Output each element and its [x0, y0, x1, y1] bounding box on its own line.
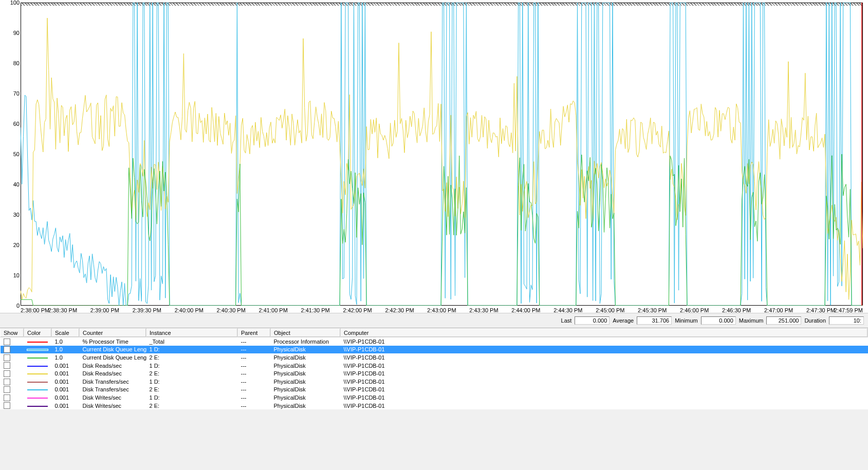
- cell-scale: 1.0: [52, 337, 80, 346]
- stat-max-value: 251.000: [766, 316, 801, 325]
- show-checkbox[interactable]: [4, 362, 10, 369]
- cell-object: PhysicalDisk: [271, 369, 341, 378]
- col-counter[interactable]: Counter: [80, 329, 146, 337]
- stat-last-value: 0.000: [575, 316, 610, 325]
- x-tick-label: 2:42:30 PM: [385, 307, 414, 313]
- cell-scale: 0.001: [52, 402, 80, 410]
- x-tick-label: 2:47:00 PM: [764, 307, 793, 313]
- color-swatch: [27, 373, 48, 374]
- legend-row[interactable]: ✓1.0Current Disk Queue Length1 D:---Phys…: [1, 346, 868, 354]
- cell-computer: \\VIP-P1CDB-01: [341, 346, 868, 354]
- x-tick-label: 2:45:30 PM: [638, 307, 667, 313]
- stat-dur-value: 10:: [829, 316, 864, 325]
- stats-bar: Last 0.000 Average 31.706 Minimum 0.000 …: [0, 313, 868, 328]
- cell-computer: \\VIP-P1CDB-01: [341, 402, 868, 410]
- stat-avg-value: 31.706: [637, 316, 672, 325]
- y-tick-label: 50: [13, 151, 20, 157]
- legend-row[interactable]: 1.0% Processor Time_Total---Processor In…: [1, 337, 868, 346]
- x-tick-label: 2:38:30 PM: [48, 307, 77, 313]
- show-checkbox[interactable]: [4, 386, 10, 393]
- legend-header-row: Show Color Scale Counter Instance Parent…: [1, 329, 868, 337]
- cell-scale: 0.001: [52, 378, 80, 386]
- cell-computer: \\VIP-P1CDB-01: [341, 386, 868, 394]
- legend-row[interactable]: 0.001Disk Reads/sec2 E:---PhysicalDisk\\…: [1, 369, 868, 378]
- show-checkbox[interactable]: [4, 370, 10, 377]
- cell-parent: ---: [238, 337, 271, 346]
- cell-counter: Disk Transfers/sec: [80, 378, 146, 386]
- col-parent[interactable]: Parent: [238, 329, 271, 337]
- cell-object: PhysicalDisk: [271, 402, 341, 410]
- show-checkbox[interactable]: [4, 354, 10, 361]
- y-tick-label: 40: [13, 181, 20, 187]
- stat-avg-label: Average: [613, 317, 634, 324]
- color-swatch: [27, 342, 48, 343]
- chart-canvas[interactable]: [21, 3, 863, 306]
- show-checkbox[interactable]: [4, 379, 10, 385]
- show-checkbox[interactable]: [4, 402, 10, 409]
- color-swatch: [27, 349, 48, 350]
- legend-row[interactable]: 0.001Disk Transfers/sec1 D:---PhysicalDi…: [1, 378, 868, 386]
- show-checkbox[interactable]: [4, 339, 10, 345]
- stat-min-label: Minimum: [675, 317, 698, 324]
- cell-object: PhysicalDisk: [271, 378, 341, 386]
- col-computer[interactable]: Computer: [341, 329, 868, 337]
- cell-computer: \\VIP-P1CDB-01: [341, 337, 868, 346]
- color-swatch: [27, 406, 48, 407]
- cell-scale: 0.001: [52, 386, 80, 394]
- col-instance[interactable]: Instance: [146, 329, 238, 337]
- color-swatch: [27, 366, 48, 367]
- cell-object: PhysicalDisk: [271, 386, 341, 394]
- cell-counter: Disk Reads/sec: [80, 362, 146, 370]
- cell-counter: Disk Transfers/sec: [80, 386, 146, 394]
- y-tick-label: 90: [13, 30, 20, 36]
- cell-instance: 1 D:: [146, 393, 238, 402]
- y-tick-label: 60: [13, 121, 20, 127]
- x-tick-label: 2:43:00 PM: [427, 307, 456, 313]
- col-color[interactable]: Color: [24, 329, 52, 337]
- x-tick-label: 2:42:00 PM: [343, 307, 372, 313]
- col-scale[interactable]: Scale: [52, 329, 80, 337]
- legend-row[interactable]: 1.0Current Disk Queue Length2 E:---Physi…: [1, 353, 868, 362]
- legend-row[interactable]: 0.001Disk Writes/sec2 E:---PhysicalDisk\…: [1, 402, 868, 410]
- legend-row[interactable]: 0.001Disk Writes/sec1 D:---PhysicalDisk\…: [1, 393, 868, 402]
- cell-parent: ---: [238, 353, 271, 362]
- x-tick-label: 2:39:00 PM: [90, 307, 119, 313]
- show-checkbox[interactable]: [4, 394, 10, 401]
- cell-parent: ---: [238, 362, 271, 370]
- y-tick-label: 10: [13, 272, 20, 278]
- legend-row[interactable]: 0.001Disk Transfers/sec2 E:---PhysicalDi…: [1, 386, 868, 394]
- cell-instance: 2 E:: [146, 369, 238, 378]
- cell-counter: Disk Writes/sec: [80, 402, 146, 410]
- col-show[interactable]: Show: [1, 329, 24, 337]
- cell-instance: 2 E:: [146, 353, 238, 362]
- cell-counter: % Processor Time: [80, 337, 146, 346]
- color-swatch: [27, 389, 48, 390]
- cell-instance: 1 D:: [146, 346, 238, 354]
- stat-max-label: Maximum: [739, 317, 764, 324]
- legend-row[interactable]: 0.001Disk Reads/sec1 D:---PhysicalDisk\\…: [1, 362, 868, 370]
- x-tick-label: 2:43:30 PM: [469, 307, 498, 313]
- x-tick-label: 2:47:30 PM: [806, 307, 835, 313]
- col-object[interactable]: Object: [271, 329, 341, 337]
- cell-computer: \\VIP-P1CDB-01: [341, 369, 868, 378]
- y-tick-label: 70: [13, 90, 20, 97]
- x-tick-label: 2:41:30 PM: [301, 307, 330, 313]
- y-tick-label: 20: [13, 242, 20, 248]
- cell-counter: Disk Writes/sec: [80, 393, 146, 402]
- cell-object: PhysicalDisk: [271, 353, 341, 362]
- perfmon-chart: 01020304050607080901002:38:00 PM2:38:30 …: [0, 0, 868, 313]
- cell-parent: ---: [238, 393, 271, 402]
- stat-dur-label: Duration: [804, 317, 826, 324]
- cell-object: PhysicalDisk: [271, 393, 341, 402]
- cell-counter: Current Disk Queue Length: [80, 346, 146, 354]
- cell-scale: 1.0: [52, 353, 80, 362]
- show-checkbox[interactable]: ✓: [4, 346, 10, 353]
- counter-legend[interactable]: Show Color Scale Counter Instance Parent…: [0, 328, 868, 409]
- y-tick-label: 100: [10, 0, 20, 6]
- x-tick-label: 2:45:00 PM: [596, 307, 624, 313]
- cell-computer: \\VIP-P1CDB-01: [341, 393, 868, 402]
- cell-instance: 2 E:: [146, 402, 238, 410]
- color-swatch: [27, 358, 48, 359]
- cell-computer: \\VIP-P1CDB-01: [341, 353, 868, 362]
- x-tick-label: 2:46:30 PM: [722, 307, 751, 313]
